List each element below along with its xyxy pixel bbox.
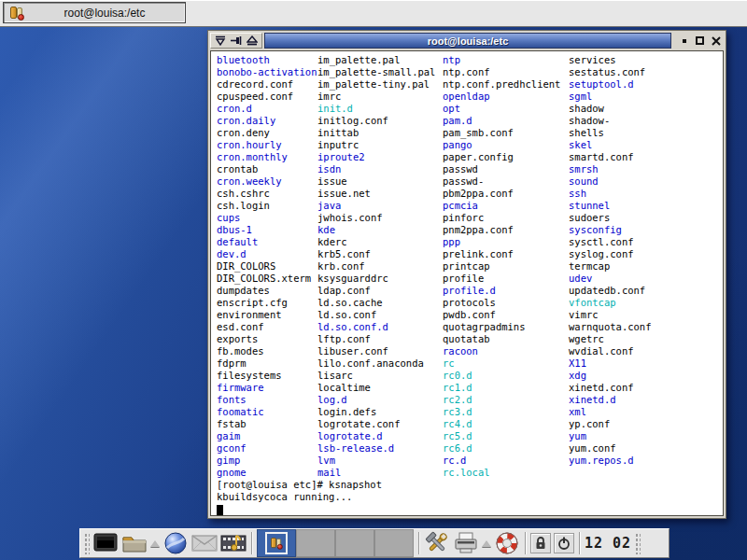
file-entry: cpuspeed.conf [217,91,317,103]
file-entry: jwhois.conf [317,212,435,224]
file-entry: im_palette-small.pal [317,66,435,78]
file-entry: dev.d [217,248,317,260]
file-entry: ssh [569,188,652,200]
prompt-line: [root@louisa etc]# ksnapshot [217,479,723,491]
eject-icon[interactable] [247,35,258,46]
file-entry: sound [569,175,652,188]
file-entry: xinetd.conf [569,382,652,394]
file-entry: sgml [569,91,652,103]
file-entry: wvdial.conf [569,345,652,357]
file-entry: setuptool.d [569,78,652,91]
close-button[interactable] [711,35,721,46]
file-entry: filesystems [217,370,317,382]
panel-handle-right[interactable] [634,532,641,554]
minimize-button[interactable] [679,35,689,46]
panel-separator [418,532,419,554]
mail-icon[interactable] [191,530,218,556]
file-entry: isdn [317,163,435,175]
window-titlebar[interactable]: root@louisa:/etc [264,33,671,49]
file-entry: openldap [443,91,560,103]
file-entry: cron.monthly [217,151,317,163]
utilities-icon[interactable] [424,530,450,556]
help-icon[interactable] [494,530,520,556]
lock-screen-icon[interactable] [530,533,551,553]
taskbar-window-button[interactable]: root@louisa:/etc [3,2,186,23]
file-entry: ldap.conf [317,285,435,297]
file-entry: java [317,200,435,212]
media-player-icon[interactable] [220,530,247,556]
file-entry: gimp [217,455,317,467]
file-entry: warnquota.conf [569,321,652,333]
file-entry: sysctl.conf [569,236,652,248]
file-entry: logrotate.d [317,430,435,442]
file-entry: DIR_COLORS [217,260,317,273]
file-entry: init.d [317,103,435,115]
file-entry: pinforc [443,212,560,224]
file-entry: sudoers [569,212,652,224]
file-entry: libuser.conf [317,345,435,357]
pin-icon[interactable] [231,35,242,46]
pager-desktop-1[interactable] [257,529,296,557]
panel-clock[interactable]: 12 02 [585,535,631,552]
file-entry: gnome [217,467,317,479]
file-entry: rc6.d [443,442,560,455]
file-entry: passwd [443,163,560,175]
power-logout-icon[interactable] [554,533,574,553]
pager-desktop-3[interactable] [335,529,374,557]
file-entry: pbm2ppa.conf [443,188,560,200]
file-entry: login.defs [317,406,435,418]
file-entry: ppp [443,236,560,248]
file-entry: issue [317,175,435,188]
panel-handle-left[interactable] [83,532,90,554]
file-entry: dumpdates [217,285,317,297]
top-taskbar: root@louisa:/etc [0,0,747,27]
file-entry: crontab [217,163,317,175]
panel-separator [579,532,580,554]
file-entry: enscript.cfg [217,297,317,309]
file-entry: udev [569,273,652,285]
file-entry: dbus-1 [217,224,317,236]
file-entry: sysconfig [569,224,652,236]
file-entry: firmware [217,382,317,394]
quicklaunch-arrow-icon[interactable] [150,540,160,547]
file-entry: lisarc [317,370,435,382]
file-entry: bonobo-activation [217,66,317,78]
file-entry: im_palette-tiny.pal [317,78,435,91]
file-entry: passwd- [443,175,560,188]
printer-icon[interactable] [453,530,479,556]
file-entry: vfontcap [569,297,652,309]
pager-desktop-4[interactable] [374,529,414,557]
file-entry: yum.repos.d [569,455,652,467]
listing-column: servicessestatus.confsetuptool.dsgmlshad… [569,54,652,467]
file-entry: rc3.d [443,406,560,418]
file-entry: lvm [317,455,435,467]
file-entry: ld.so.conf.d [317,321,435,333]
file-entry: updatedb.conf [569,285,652,297]
file-entry: xdg [569,370,652,382]
file-entry: ksysguarddrc [317,273,435,285]
panel-hide-arrow-icon[interactable] [482,540,491,547]
home-folder-icon[interactable] [121,530,148,556]
panel-separator [525,532,526,554]
file-entry: initlog.conf [317,115,435,127]
web-browser-icon[interactable] [162,530,189,556]
file-entry: imrc [317,91,435,103]
maximize-button[interactable] [695,35,705,46]
file-entry: paper.config [443,151,560,163]
file-entry: cups [217,212,317,224]
terminal-launcher-icon[interactable] [92,530,119,556]
scroll-toggle-icon[interactable] [215,35,226,46]
file-entry: DIR_COLORS.xterm [217,273,317,285]
file-entry: rc5.d [443,430,560,442]
file-entry: cron.weekly [217,175,317,188]
file-entry: krb5.conf [317,248,435,260]
file-entry: rc1.d [443,382,560,394]
pager-desktop-2[interactable] [296,529,335,557]
file-entry: rc.d [443,455,560,467]
file-entry: rc [443,357,560,370]
file-entry: fb.modes [217,345,317,357]
terminal-output[interactable]: bluetoothbonobo-activationcdrecord.confc… [211,51,723,515]
file-entry: foomatic [217,406,317,418]
file-entry: racoon [443,345,560,357]
file-entry: profile.d [443,285,560,297]
